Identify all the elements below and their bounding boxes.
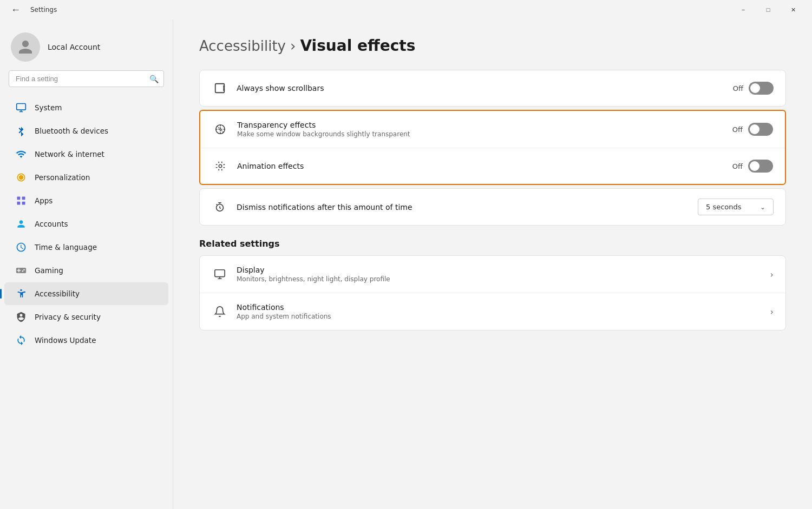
page-header: Accessibility › Visual effects: [199, 37, 786, 55]
related-settings-card: Display Monitors, brightness, night ligh…: [199, 255, 786, 330]
animation-toggle-label: Off: [732, 162, 743, 170]
sidebar-nav: System Bluetooth & devices Network & int…: [0, 96, 173, 509]
notification-timer-icon: [212, 199, 228, 215]
animation-control: Off: [732, 160, 773, 173]
animation-toggle-thumb: [750, 161, 759, 171]
sidebar-item-label: Accessibility: [35, 289, 80, 298]
transparency-row: Transparency effects Make some window ba…: [200, 111, 785, 148]
breadcrumb-current: Visual effects: [300, 37, 415, 55]
effects-card: Transparency effects Make some window ba…: [199, 110, 786, 185]
transparency-desc: Make some window backgrounds slightly tr…: [237, 130, 724, 138]
transparency-title: Transparency effects: [237, 121, 724, 129]
related-item-display[interactable]: Display Monitors, brightness, night ligh…: [200, 256, 785, 293]
sidebar-item-update[interactable]: Windows Update: [4, 329, 168, 352]
chevron-down-icon: ⌄: [760, 203, 765, 211]
animation-icon: [212, 158, 228, 174]
animation-toggle[interactable]: [748, 160, 773, 173]
notifications-chevron-right: ›: [770, 307, 774, 317]
scrollbars-toggle[interactable]: [749, 82, 774, 95]
notification-title: Dismiss notifications after this amount …: [237, 203, 689, 211]
display-chevron-right: ›: [770, 269, 774, 280]
scrollbars-title: Always show scrollbars: [237, 84, 724, 92]
breadcrumb-separator: ›: [290, 38, 296, 54]
sidebar-item-label: Privacy & security: [35, 313, 101, 321]
sidebar-item-label: Network & internet: [35, 150, 104, 158]
gaming-icon: [15, 265, 27, 276]
notification-info: Dismiss notifications after this amount …: [237, 203, 689, 211]
sidebar-item-accounts[interactable]: Accounts: [4, 213, 168, 235]
animation-title: Animation effects: [237, 162, 724, 170]
sidebar-item-privacy[interactable]: Privacy & security: [4, 306, 168, 328]
update-icon: [15, 334, 27, 346]
privacy-icon: [15, 311, 27, 323]
maximize-button[interactable]: □: [756, 0, 781, 19]
sidebar-user: Local Account: [0, 19, 173, 70]
back-button[interactable]: ←: [6, 2, 25, 18]
display-desc: Monitors, brightness, night light, displ…: [237, 275, 762, 283]
transparency-toggle-thumb: [750, 124, 759, 134]
personalization-icon: [15, 171, 27, 183]
animation-row: Animation effects Off: [200, 148, 785, 184]
notification-dropdown[interactable]: 5 seconds ⌄: [698, 199, 774, 215]
sidebar-item-label: Accounts: [35, 220, 68, 228]
sidebar-item-network[interactable]: Network & internet: [4, 143, 168, 166]
minimize-button[interactable]: −: [731, 0, 756, 19]
sidebar-item-label: Windows Update: [35, 336, 96, 345]
related-item-notifications[interactable]: Notifications App and system notificatio…: [200, 293, 785, 330]
breadcrumb: Accessibility › Visual effects: [199, 37, 786, 55]
close-button[interactable]: ✕: [781, 0, 806, 19]
svg-rect-4: [22, 202, 25, 205]
dropdown-value: 5 seconds: [706, 203, 742, 211]
scrollbars-card: Always show scrollbars Off: [199, 70, 786, 107]
accounts-icon: [15, 218, 27, 230]
user-icon: [17, 39, 34, 55]
sidebar-item-label: Bluetooth & devices: [35, 127, 108, 135]
sidebar-item-time[interactable]: Time & language: [4, 236, 168, 259]
transparency-icon: [212, 121, 228, 137]
svg-point-9: [219, 164, 222, 168]
svg-rect-6: [215, 84, 225, 93]
app-body: Local Account 🔍 System Bluetooth & devic…: [0, 19, 812, 509]
sidebar-item-label: System: [35, 103, 62, 112]
scrollbars-toggle-thumb: [750, 83, 760, 93]
scrollbars-toggle-label: Off: [733, 84, 743, 92]
sidebar-item-label: Personalization: [35, 173, 90, 182]
sidebar-item-apps[interactable]: Apps: [4, 189, 168, 212]
transparency-toggle-label: Off: [732, 125, 743, 134]
user-name: Local Account: [48, 43, 100, 51]
scrollbars-icon: [212, 80, 228, 96]
titlebar: ← Settings − □ ✕: [0, 0, 812, 19]
scrollbars-row: Always show scrollbars Off: [200, 70, 785, 106]
sidebar-item-label: Apps: [35, 196, 53, 205]
svg-rect-3: [17, 202, 21, 205]
titlebar-title: Settings: [30, 6, 57, 14]
bluetooth-icon: [15, 125, 27, 137]
transparency-toggle[interactable]: [748, 123, 773, 136]
sidebar-item-accessibility[interactable]: Accessibility: [4, 282, 168, 305]
sidebar-item-gaming[interactable]: Gaming: [4, 259, 168, 282]
display-info: Display Monitors, brightness, night ligh…: [237, 266, 762, 283]
search-input[interactable]: [9, 70, 164, 87]
animation-info: Animation effects: [237, 162, 724, 170]
main-content: Accessibility › Visual effects Always sh…: [173, 19, 812, 509]
transparency-control: Off: [732, 123, 773, 136]
sidebar-item-label: Time & language: [35, 243, 97, 252]
sidebar-item-bluetooth[interactable]: Bluetooth & devices: [4, 120, 168, 142]
system-icon: [15, 102, 27, 114]
svg-point-5: [20, 289, 22, 291]
sidebar: Local Account 🔍 System Bluetooth & devic…: [0, 19, 173, 509]
scrollbars-info: Always show scrollbars: [237, 84, 724, 92]
notifications-icon: [212, 303, 228, 320]
notifications-desc: App and system notifications: [237, 313, 762, 320]
sidebar-item-system[interactable]: System: [4, 96, 168, 119]
svg-rect-11: [215, 270, 225, 277]
transparency-info: Transparency effects Make some window ba…: [237, 121, 724, 138]
sidebar-search[interactable]: 🔍: [9, 70, 164, 87]
sidebar-item-label: Gaming: [35, 266, 63, 275]
time-icon: [15, 241, 27, 253]
apps-icon: [15, 195, 27, 207]
network-icon: [15, 148, 27, 160]
sidebar-item-personalization[interactable]: Personalization: [4, 166, 168, 189]
related-settings-title: Related settings: [199, 239, 786, 249]
breadcrumb-parent[interactable]: Accessibility: [199, 38, 286, 54]
